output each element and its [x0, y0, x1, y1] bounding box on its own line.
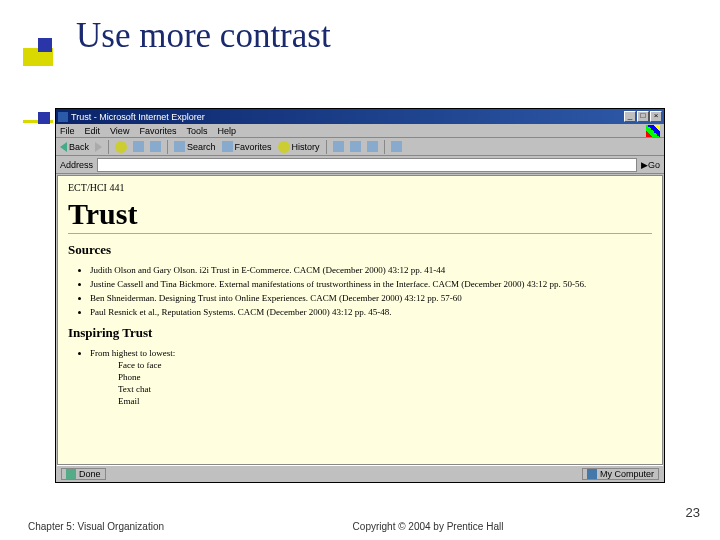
- footer-left: Chapter 5: Visual Organization: [28, 521, 164, 532]
- refresh-icon[interactable]: [133, 141, 144, 152]
- minimize-button[interactable]: _: [624, 111, 636, 122]
- ie-icon: [58, 112, 68, 122]
- favorites-icon: [222, 141, 233, 152]
- sub-item: Phone: [118, 371, 652, 383]
- list-item: From highest to lowest: Face to face Pho…: [90, 347, 652, 408]
- stop-icon[interactable]: [115, 141, 127, 153]
- sources-list: Judith Olson and Gary Olson. i2i Trust i…: [90, 264, 652, 319]
- edit-icon[interactable]: [367, 141, 378, 152]
- print-icon[interactable]: [350, 141, 361, 152]
- address-label: Address: [60, 160, 93, 170]
- footer-center: Copyright © 2004 by Prentice Hall: [353, 521, 504, 532]
- heading-inspiring-trust: Inspiring Trust: [68, 325, 652, 341]
- list-item: Justine Cassell and Tina Bickmore. Exter…: [90, 278, 652, 290]
- breadcrumb: ECT/HCI 441: [68, 182, 652, 193]
- menu-tools[interactable]: Tools: [186, 126, 207, 136]
- sub-item: Text chat: [118, 383, 652, 395]
- browser-window: Trust - Microsoft Internet Explorer _ □ …: [55, 108, 665, 483]
- search-button[interactable]: Search: [174, 141, 216, 152]
- slide-accent-square: [38, 38, 52, 52]
- history-icon: [278, 141, 290, 153]
- windows-logo-icon: [646, 125, 660, 137]
- list-item: Ben Shneiderman. Designing Trust into On…: [90, 292, 652, 304]
- status-right: My Computer: [582, 468, 659, 480]
- list-item: Judith Olson and Gary Olson. i2i Trust i…: [90, 264, 652, 276]
- computer-icon: [587, 469, 597, 479]
- divider: [68, 233, 652, 234]
- slide-accent-cube: [38, 112, 50, 124]
- menu-view[interactable]: View: [110, 126, 129, 136]
- discuss-icon[interactable]: [391, 141, 402, 152]
- go-button[interactable]: ▶Go: [641, 160, 660, 170]
- menu-file[interactable]: File: [60, 126, 75, 136]
- close-button[interactable]: ×: [650, 111, 662, 122]
- list-item: Paul Resnick et al., Reputation Systems.…: [90, 306, 652, 318]
- window-titlebar[interactable]: Trust - Microsoft Internet Explorer _ □ …: [56, 109, 664, 124]
- page-heading-trust: Trust: [68, 197, 652, 231]
- arrow-right-icon: [95, 142, 102, 152]
- slide-title: Use more contrast: [76, 16, 331, 56]
- forward-button[interactable]: [95, 142, 102, 152]
- toolbar: Back Search Favorites History: [56, 138, 664, 156]
- menu-help[interactable]: Help: [217, 126, 236, 136]
- menu-favorites[interactable]: Favorites: [139, 126, 176, 136]
- menu-edit[interactable]: Edit: [85, 126, 101, 136]
- heading-sources: Sources: [68, 242, 652, 258]
- back-button[interactable]: Back: [60, 142, 89, 152]
- page-viewport[interactable]: ECT/HCI 441 Trust Sources Judith Olson a…: [57, 175, 663, 465]
- inspiring-list: From highest to lowest: Face to face Pho…: [90, 347, 652, 408]
- maximize-button[interactable]: □: [637, 111, 649, 122]
- status-bar: Done My Computer: [57, 465, 663, 481]
- search-icon: [174, 141, 185, 152]
- done-icon: [66, 469, 76, 479]
- sub-item: Email: [118, 395, 652, 407]
- address-bar: Address ▶Go: [56, 156, 664, 174]
- sub-item: Face to face: [118, 359, 652, 371]
- address-input[interactable]: [97, 158, 637, 172]
- status-left: Done: [61, 468, 106, 480]
- history-button[interactable]: History: [278, 141, 320, 153]
- menu-bar: File Edit View Favorites Tools Help: [56, 124, 664, 138]
- home-icon[interactable]: [150, 141, 161, 152]
- window-title-text: Trust - Microsoft Internet Explorer: [71, 112, 205, 122]
- page-number: 23: [686, 505, 700, 520]
- slide-footer: Chapter 5: Visual Organization Copyright…: [0, 521, 720, 532]
- arrow-left-icon: [60, 142, 67, 152]
- favorites-button[interactable]: Favorites: [222, 141, 272, 152]
- mail-icon[interactable]: [333, 141, 344, 152]
